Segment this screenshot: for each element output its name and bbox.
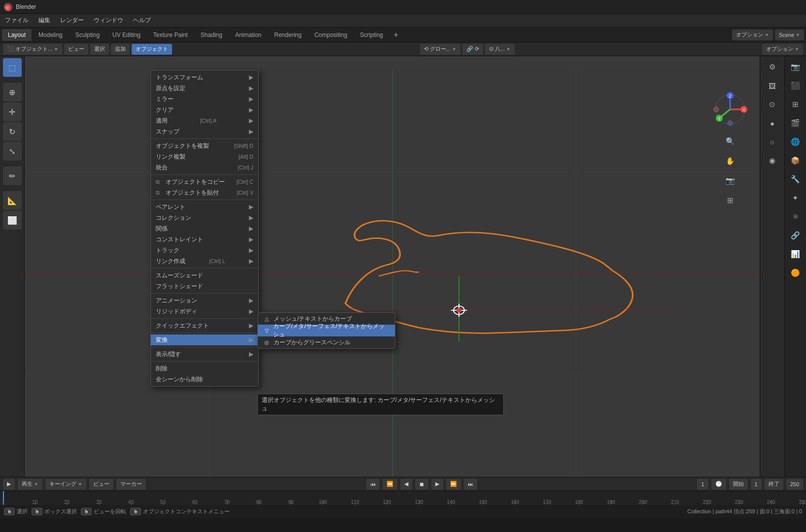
- menu-quick-effects[interactable]: クイックエフェクト ▶: [151, 320, 258, 331]
- stop[interactable]: ⏹: [415, 479, 428, 490]
- menu-flat-shade[interactable]: フラットシェード: [151, 281, 258, 292]
- object-menu-btn[interactable]: オブジェクト: [132, 44, 172, 55]
- menu-snap[interactable]: スナップ ▶: [151, 126, 258, 137]
- menu-constraints[interactable]: コンストレイント ▶: [151, 234, 258, 245]
- prop-render[interactable]: 📷: [787, 58, 805, 76]
- side-overlay-icon[interactable]: ⊙: [764, 96, 781, 113]
- menu-collection[interactable]: コレクション ▶: [151, 212, 258, 223]
- play-btn[interactable]: 再生 ▼: [18, 479, 42, 490]
- end-frame[interactable]: 250: [786, 479, 803, 490]
- menu-show-hide[interactable]: 表示/隠す ▶: [151, 349, 258, 360]
- pan-icon[interactable]: ✋: [721, 152, 739, 170]
- tool-measure[interactable]: 📐: [3, 191, 22, 210]
- menu-link-duplicate[interactable]: リンク複製 [Alt] D: [151, 151, 258, 162]
- tool-select[interactable]: ⬚: [3, 58, 22, 77]
- grid-icon[interactable]: ⊞: [721, 192, 739, 209]
- prop-physics[interactable]: ⚛: [787, 208, 805, 226]
- tab-modeling[interactable]: Modeling: [33, 29, 69, 41]
- side-filter-icon[interactable]: ⚙: [764, 58, 781, 76]
- prop-particles[interactable]: ✦: [787, 189, 805, 207]
- menu-help[interactable]: ヘルプ: [128, 14, 156, 27]
- tab-layout[interactable]: Layout: [2, 29, 32, 41]
- scene-selector[interactable]: Scene ▼: [775, 30, 804, 40]
- nav-gizmo[interactable]: Z X Y 🔍 ✋ 📷: [710, 90, 750, 209]
- play[interactable]: ▶: [431, 479, 443, 490]
- menu-make-links[interactable]: リンク作成 [Ctrl] L ▶: [151, 256, 258, 266]
- menu-copy-object[interactable]: ⧉ オブジェクトをコピー [Ctrl] C: [151, 176, 258, 187]
- prop-object[interactable]: 📦: [787, 152, 805, 169]
- view-btn[interactable]: ビュー: [89, 479, 113, 490]
- prop-output[interactable]: ⬛: [787, 77, 805, 95]
- workspace-options[interactable]: オプション ▼: [732, 30, 773, 40]
- side-shading-solid[interactable]: ●: [764, 114, 781, 132]
- proportional-btn[interactable]: ⊙ 八... ▼: [485, 44, 515, 55]
- start-frame[interactable]: 1: [751, 479, 762, 490]
- marker-btn[interactable]: マーカー: [116, 479, 146, 490]
- menu-rigid-body[interactable]: リジッドボディ ▶: [151, 306, 258, 317]
- editor-type-btn[interactable]: ▶: [3, 479, 15, 490]
- global-selector[interactable]: ⟲ グロー... ▼: [420, 44, 460, 55]
- add-workspace-tab[interactable]: +: [390, 29, 402, 41]
- prop-material[interactable]: 🟠: [787, 264, 805, 282]
- prop-scene[interactable]: 🎬: [787, 114, 805, 132]
- tab-sculpting[interactable]: Sculpting: [70, 29, 105, 41]
- tool-scale[interactable]: ⤡: [3, 142, 22, 161]
- tab-compositing[interactable]: Compositing: [309, 29, 353, 41]
- prop-view-layer[interactable]: ⊞: [787, 96, 805, 113]
- prop-constraints[interactable]: 🔗: [787, 227, 805, 244]
- current-frame[interactable]: 1: [697, 479, 708, 490]
- tab-animation[interactable]: Animation: [229, 29, 267, 41]
- menu-relations[interactable]: 関係 ▶: [151, 223, 258, 234]
- prop-world[interactable]: 🌐: [787, 133, 805, 151]
- tab-scripting[interactable]: Scripting: [354, 29, 389, 41]
- viewport-options[interactable]: オプション ▼: [762, 44, 803, 55]
- prop-data[interactable]: 📊: [787, 245, 805, 263]
- tool-add-cube[interactable]: ⬜: [3, 211, 22, 230]
- side-shading-render[interactable]: ◉: [764, 152, 781, 169]
- tab-rendering[interactable]: Rendering: [268, 29, 307, 41]
- submenu-curve-to-mesh[interactable]: ▽ カーブ/メタ/サーフェス/テキストからメッシュ: [258, 325, 395, 336]
- step-back[interactable]: ⏪: [383, 479, 397, 490]
- tool-rotate[interactable]: ↻: [3, 122, 22, 141]
- add-menu[interactable]: 追加: [111, 44, 130, 55]
- menu-delete-global[interactable]: 全シーンから削除: [151, 374, 258, 385]
- menu-clear[interactable]: クリア ▶: [151, 104, 258, 115]
- menu-transform[interactable]: トランスフォーム ▶: [151, 72, 258, 83]
- viewport[interactable]: ユーザー・透視投影 (1) Collection | path44: [25, 56, 760, 477]
- prop-modifiers[interactable]: 🔧: [787, 170, 805, 188]
- mode-selector[interactable]: ⬛ オブジェクト... ▼: [3, 44, 62, 55]
- camera-icon[interactable]: 📷: [721, 172, 739, 190]
- keying-btn[interactable]: キーイング ▼: [45, 479, 86, 490]
- view-menu[interactable]: ビュー: [64, 44, 88, 55]
- menu-parent[interactable]: ペアレント ▶: [151, 201, 258, 212]
- menu-smooth-shade[interactable]: スムーズシェード: [151, 270, 258, 281]
- tool-cursor[interactable]: ⊕: [3, 83, 22, 101]
- menu-mirror[interactable]: ミラー ▶: [151, 94, 258, 104]
- menu-render[interactable]: レンダー: [55, 14, 89, 27]
- side-shading-wire[interactable]: ○: [764, 133, 781, 151]
- menu-set-origin[interactable]: 原点を設定 ▶: [151, 83, 258, 94]
- play-reverse[interactable]: ◀: [400, 479, 412, 490]
- menu-delete[interactable]: 削除: [151, 363, 258, 374]
- menu-join[interactable]: 統合 [Ctrl] J: [151, 162, 258, 173]
- menu-apply[interactable]: 適用 [Ctrl] A ▶: [151, 115, 258, 126]
- menu-edit[interactable]: 編集: [34, 14, 55, 27]
- menu-animation[interactable]: アニメーション ▶: [151, 295, 258, 306]
- side-render-icon[interactable]: 🖼: [764, 77, 781, 95]
- snap-btn[interactable]: 🔗 ⟳: [462, 44, 483, 55]
- zoom-icon[interactable]: 🔍: [721, 133, 739, 150]
- tab-texture-paint[interactable]: Texture Paint: [147, 29, 194, 41]
- tab-uv-editing[interactable]: UV Editing: [106, 29, 146, 41]
- jump-end[interactable]: ⏭: [464, 479, 477, 490]
- menu-track[interactable]: トラック ▶: [151, 245, 258, 256]
- timeline-ruler[interactable]: 1102030405060708090100110120130140150160…: [0, 491, 806, 505]
- step-forward[interactable]: ⏩: [446, 479, 461, 490]
- menu-file[interactable]: ファイル: [0, 14, 34, 27]
- select-menu[interactable]: 選択: [90, 44, 109, 55]
- menu-window[interactable]: ウィンドウ: [89, 14, 128, 27]
- menu-duplicate-object[interactable]: オブジェクトを複製 [Shift] D: [151, 140, 258, 151]
- tab-shading[interactable]: Shading: [195, 29, 228, 41]
- tool-annotate[interactable]: ✏: [3, 166, 22, 185]
- tool-move[interactable]: ✛: [3, 102, 22, 121]
- menu-paste-object[interactable]: ⧉ オブジェクトを貼付 [Ctrl] V: [151, 187, 258, 198]
